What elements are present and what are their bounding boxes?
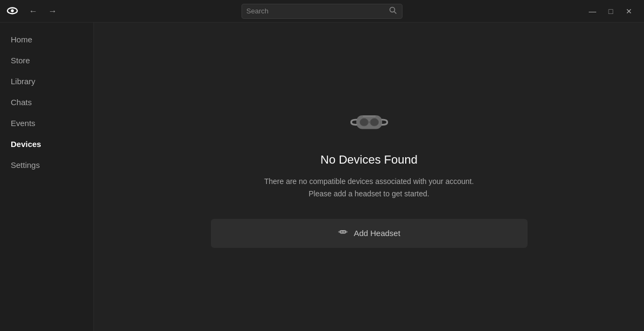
nav-forward-button[interactable]: → [45, 5, 60, 18]
close-button[interactable]: ✕ [620, 4, 638, 19]
sidebar-item-devices[interactable]: Devices [0, 134, 93, 155]
sidebar-item-settings[interactable]: Settings [0, 155, 93, 175]
main-content: No Devices Found There are no compatible… [94, 23, 644, 331]
search-icon-button[interactable] [388, 6, 398, 16]
search-icon [389, 6, 397, 14]
empty-description: There are no compatible devices associat… [264, 175, 474, 200]
empty-state: No Devices Found There are no compatible… [208, 106, 530, 248]
svg-point-1 [11, 9, 14, 12]
title-bar: ← → — □ ✕ [0, 0, 644, 23]
svg-point-10 [341, 231, 343, 233]
maximize-button[interactable]: □ [602, 4, 619, 19]
app-logo [6, 5, 19, 18]
empty-title: No Devices Found [320, 153, 418, 167]
sidebar-item-store[interactable]: Store [0, 50, 93, 71]
svg-point-11 [343, 231, 346, 233]
main-layout: Home Store Library Chats Events Devices … [0, 23, 644, 331]
svg-rect-7 [368, 121, 370, 123]
sidebar-item-home[interactable]: Home [0, 29, 93, 50]
headset-icon-wrapper [348, 106, 391, 140]
svg-point-5 [360, 119, 368, 126]
sidebar: Home Store Library Chats Events Devices … [0, 23, 94, 331]
title-bar-left: ← → [6, 5, 60, 18]
svg-line-3 [394, 12, 397, 14]
vr-headset-icon [348, 106, 391, 138]
headset-btn-icon [338, 229, 348, 238]
svg-point-6 [370, 119, 378, 126]
sidebar-item-events[interactable]: Events [0, 113, 93, 134]
sidebar-item-chats[interactable]: Chats [0, 92, 93, 113]
svg-rect-12 [343, 232, 343, 232]
minimize-button[interactable]: — [584, 4, 601, 19]
search-input[interactable] [246, 7, 388, 15]
add-headset-button[interactable]: Add Headset [211, 219, 528, 248]
window-controls: — □ ✕ [584, 4, 638, 19]
nav-arrows: ← → [26, 5, 60, 18]
search-area [60, 4, 584, 19]
search-container [241, 4, 402, 19]
nav-back-button[interactable]: ← [26, 5, 41, 18]
svg-rect-8 [363, 115, 376, 117]
sidebar-item-library[interactable]: Library [0, 71, 93, 92]
